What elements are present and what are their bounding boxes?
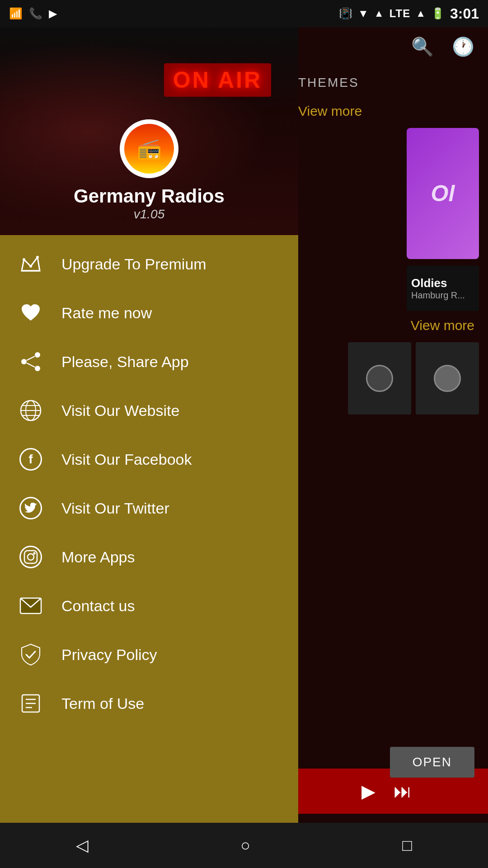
menu-item-upgrade[interactable]: Upgrade To Premium [0,240,298,288]
search-icon[interactable]: 🔍 [411,36,434,57]
oldies-title: Oldies [411,276,474,290]
navigation-bar: ◁ ○ □ [0,823,488,868]
svg-point-17 [34,553,35,554]
status-icons-right: 📳 ▼ ▲ LTE ▲ 🔋 3:01 [339,5,479,22]
dark-card-2[interactable] [416,342,479,415]
shield-icon [18,642,43,667]
app-version: v1.05 [134,207,165,222]
menu-item-website[interactable]: Visit Our Website [0,386,298,435]
play-store-icon: ▶ [49,7,57,20]
email-icon [18,593,43,618]
moreapps-label: More Apps [61,548,135,566]
menu-item-privacy[interactable]: Privacy Policy [0,630,298,679]
dark-card-inner-2 [434,365,461,392]
status-icons-left: 📶 📞 ▶ [9,7,57,20]
menu-item-moreapps[interactable]: More Apps [0,533,298,581]
purple-card-text: Ol [431,180,455,207]
lte-label: LTE [389,7,411,20]
menu-item-share[interactable]: Please, Share App [0,337,298,386]
drawer-menu: Upgrade To Premium Rate me now [0,235,298,868]
svg-point-6 [21,359,27,364]
battery-icon: 🔋 [431,7,445,20]
view-more-1[interactable]: View more [285,99,488,123]
fast-forward-button[interactable]: ⏭ [394,781,412,802]
on-air-text: ON AIR [173,67,262,93]
twitter-icon [18,495,43,521]
svg-point-2 [23,258,25,261]
menu-item-rate[interactable]: Rate me now [0,288,298,337]
wifi-strength-icon: ▼ [358,7,369,20]
svg-point-4 [36,256,39,259]
app-logo: 📻 [120,119,178,178]
vibrate-icon: 📳 [339,7,352,20]
website-label: Visit Our Website [61,402,179,420]
back-button[interactable]: ◁ [76,836,89,855]
purple-card: Ol [407,128,479,259]
svg-point-3 [29,265,32,268]
phone-icon: 📞 [29,7,42,20]
oldies-subtitle: Hamburg R... [411,290,474,301]
list-icon [18,691,43,716]
dark-cards-row [285,338,488,419]
app-name: Germany Radios [74,185,225,207]
privacy-label: Privacy Policy [61,646,157,664]
right-panel: 🔍 🕐 THEMES View more Ol Oldies Hamburg R… [285,27,488,868]
svg-point-7 [35,366,40,371]
status-bar: 📶 📞 ▶ 📳 ▼ ▲ LTE ▲ 🔋 3:01 [0,0,488,27]
status-time: 3:01 [450,5,479,22]
dark-card-1[interactable] [348,342,411,415]
svg-point-5 [35,352,40,358]
instagram-icon [18,544,43,570]
oldies-card[interactable]: Oldies Hamburg R... [407,266,479,311]
share-label: Please, Share App [61,353,189,371]
recent-apps-button[interactable]: □ [402,836,412,855]
svg-point-16 [28,554,34,560]
play-button[interactable]: ▶ [361,781,375,802]
menu-item-twitter[interactable]: Visit Our Twitter [0,484,298,533]
crown-icon [18,251,43,277]
facebook-label: Visit Our Facebook [61,451,192,468]
share-icon [18,349,43,374]
view-more-2[interactable]: View more [285,313,488,338]
right-panel-header: 🔍 🕐 [285,27,488,66]
side-drawer: ON AIR 📻 Germany Radios v1.05 Upg [0,27,298,868]
svg-line-8 [27,356,35,360]
facebook-icon: f [18,447,43,472]
dark-card-inner-1 [366,365,393,392]
globe-icon [18,398,43,423]
terms-label: Term of Use [61,695,144,712]
contact-label: Contact us [61,597,135,615]
themes-label: THEMES [285,66,488,99]
svg-line-9 [27,363,35,367]
menu-item-contact[interactable]: Contact us [0,581,298,630]
home-button[interactable]: ○ [240,836,250,855]
upgrade-label: Upgrade To Premium [61,255,206,273]
rate-label: Rate me now [61,304,152,322]
drawer-header: ON AIR 📻 Germany Radios v1.05 [0,27,298,235]
clock-icon[interactable]: 🕐 [452,36,474,57]
twitter-label: Visit Our Twitter [61,500,169,517]
logo-inner: 📻 [124,124,174,174]
radio-icon: 📻 [137,137,162,160]
heart-icon [18,300,43,326]
on-air-sign: ON AIR [164,63,271,97]
wifi-icon: 📶 [9,7,23,20]
open-button[interactable]: OPEN [390,747,474,778]
signal-icon: ▲ [374,8,384,19]
menu-item-facebook[interactable]: f Visit Our Facebook [0,435,298,484]
signal-bars-icon: ▲ [416,8,426,19]
menu-item-terms[interactable]: Term of Use [0,679,298,728]
